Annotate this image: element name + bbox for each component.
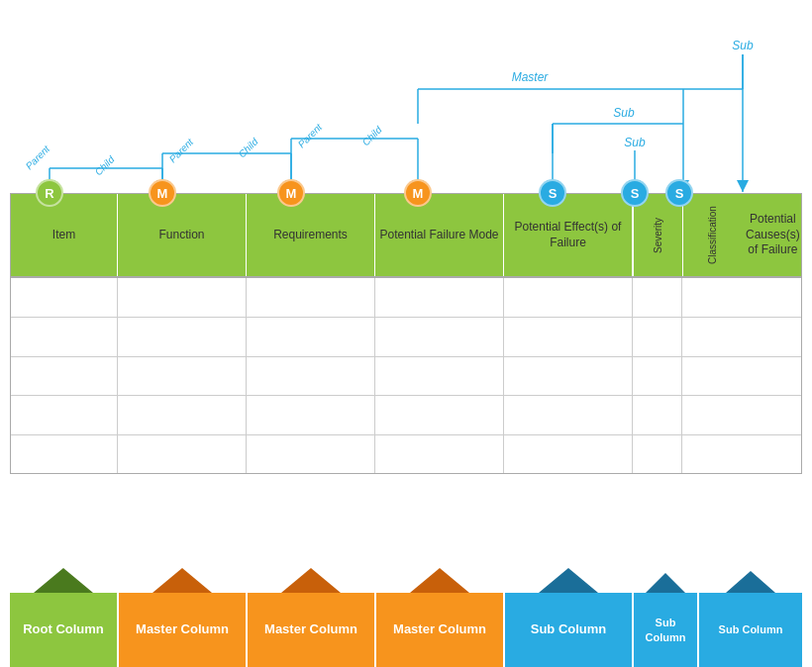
badge-master-1: M xyxy=(149,179,176,207)
arrow-sub-column-1: Sub Column xyxy=(505,568,632,667)
master-column-3-label: Master Column xyxy=(393,621,486,638)
badge-sub-2: S xyxy=(621,179,649,207)
svg-text:Sub: Sub xyxy=(624,136,646,149)
header-cell-effects: Potential Effect(s) of Failure xyxy=(504,194,633,276)
header-cell-requirements: Requirements xyxy=(247,194,375,276)
sub-arrow-tip-2 xyxy=(646,573,685,593)
header-cell-item: Item xyxy=(11,194,118,276)
arrow-master-column-1: Master Column xyxy=(119,568,246,667)
svg-text:Parent: Parent xyxy=(296,121,325,149)
arrow-sub-column-3: Sub Column xyxy=(699,568,802,667)
master-arrow-tip-2 xyxy=(281,568,341,593)
master-column-2-label: Master Column xyxy=(264,621,357,638)
header-cell-causes: Potential Causes(s) of Failure xyxy=(742,194,805,276)
badge-root: R xyxy=(36,179,63,207)
svg-marker-30 xyxy=(737,180,749,192)
master-arrow-tip-1 xyxy=(152,568,212,593)
data-border xyxy=(10,277,802,474)
badge-master-2: M xyxy=(277,179,305,207)
badge-master-3: M xyxy=(404,179,432,207)
svg-text:Child: Child xyxy=(237,136,260,159)
diagram-container: Master Sub Sub Sub Parent Child Parent C… xyxy=(0,0,812,667)
svg-text:Parent: Parent xyxy=(167,136,196,164)
arrow-root-column: Root Column xyxy=(10,568,117,667)
master-column-1-label: Master Column xyxy=(136,621,229,638)
header-cell-function: Function xyxy=(118,194,247,276)
badge-sub-3: S xyxy=(665,179,693,207)
root-arrow-tip xyxy=(34,568,93,593)
sub-column-2-label: Sub Column xyxy=(634,616,697,644)
root-column-label: Root Column xyxy=(23,621,104,638)
svg-text:Child: Child xyxy=(93,153,117,177)
arrow-sub-column-2: Sub Column xyxy=(634,568,697,667)
arrow-master-column-2: Master Column xyxy=(248,568,374,667)
badge-sub-1: S xyxy=(539,179,566,207)
header-cell-classification: Classification xyxy=(682,194,742,276)
svg-text:Sub: Sub xyxy=(613,106,635,120)
data-area xyxy=(10,277,802,474)
sub-arrow-tip-3 xyxy=(726,571,775,593)
svg-text:Master: Master xyxy=(512,70,550,84)
sub-column-3-label: Sub Column xyxy=(719,622,783,636)
svg-text:Child: Child xyxy=(360,124,384,147)
sub-column-1-label: Sub Column xyxy=(531,621,607,638)
sub-arrow-tip-1 xyxy=(539,568,598,593)
svg-text:Parent: Parent xyxy=(24,143,52,171)
arrow-master-column-3: Master Column xyxy=(376,568,503,667)
svg-text:Sub: Sub xyxy=(732,39,754,52)
master-arrow-tip-3 xyxy=(410,568,469,593)
header-cell-failure-mode: Potential Failure Mode xyxy=(375,194,504,276)
